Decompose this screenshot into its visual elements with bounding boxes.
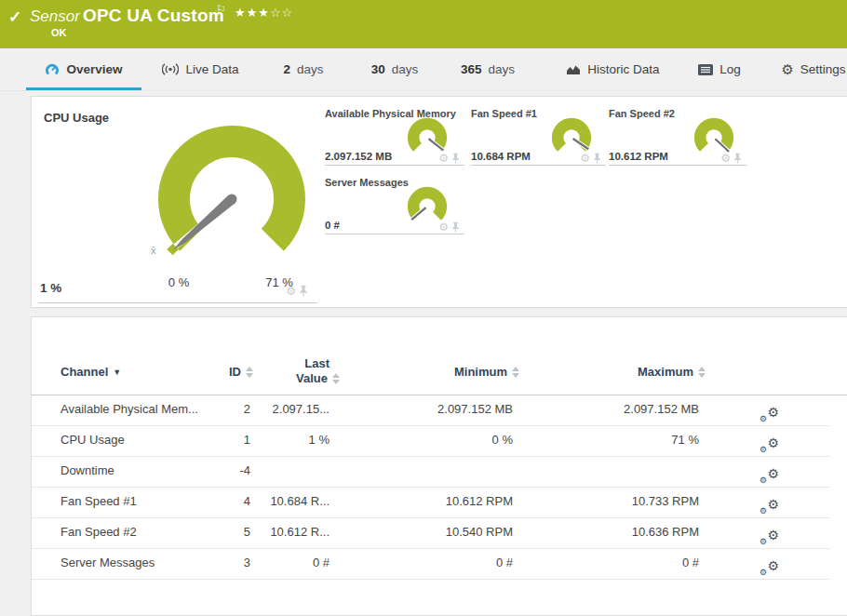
table-row-server-messages[interactable]: Server Messages 3 0 # 0 # 0 # ⚙⚙ [32,548,830,580]
tab-log[interactable]: Log [692,48,746,90]
tab-30-days[interactable]: 30 days [363,48,426,90]
pin-icon[interactable] [299,285,308,297]
tab-2-days-label: days [297,62,324,76]
tab-2-days[interactable]: 2 days [275,48,332,90]
tab-2-days-number: 2 [283,62,290,76]
tab-settings[interactable]: ⚙ Settings [780,48,847,90]
tab-30-days-label: days [392,62,419,76]
tab-live-data[interactable]: Live Data [156,48,245,90]
table-row-downtime[interactable]: Downtime -4 ⚙⚙ [32,456,830,488]
channel-gear-icon[interactable]: ⚙ [720,153,731,164]
gears-icon: ⚙⚙ [759,529,779,550]
pin-icon[interactable] [451,153,460,164]
flag-icon[interactable]: ⚐ [216,3,226,16]
cell-minimum: 10.540 RPM [373,525,513,539]
column-header-last-value[interactable]: Last Value [255,356,341,386]
log-list-icon [698,64,713,75]
channel-settings-button[interactable]: ⚙⚙ [759,553,779,573]
sort-toggle-icon [332,373,341,384]
column-header-maximum-label: Maximum [638,365,693,379]
tab-log-label: Log [719,62,741,76]
column-header-channel-label: Channel [60,365,108,379]
tab-historic-data[interactable]: Historic Data [555,48,671,90]
column-header-maximum[interactable]: Maximum [559,365,706,379]
average-marker: x̄ [151,245,156,256]
area-chart-icon [566,63,581,75]
table-row-available-physical-memory[interactable]: Available Physical Mem... 2 2.097.15... … [32,395,830,426]
channel-gear-icon[interactable]: ⚙ [438,153,449,164]
priority-stars[interactable]: ★★★☆☆ [235,6,293,20]
column-header-id[interactable]: ID [185,365,254,379]
cell-last-value: 0 # [227,556,329,569]
sort-descending-icon: ▼ [113,368,121,377]
gauge-tile-fan-speed-2[interactable]: Fan Speed #2 10.612 RPM ⚙ [609,108,746,166]
tab-365-days[interactable]: 365 days [454,48,521,90]
gauge-tile-cpu-usage[interactable]: CPU Usage x̄ 0 % 71 % 1 % ⚙ [38,104,317,303]
cell-minimum: 2.097.152 MB [373,402,513,416]
pin-icon[interactable] [451,221,460,233]
table-row-fan-speed-1[interactable]: Fan Speed #1 4 10.684 R... 10.612 RPM 10… [32,487,830,518]
gauge-current-value: 10.684 RPM [471,151,531,162]
cell-channel: CPU Usage [60,433,125,447]
cell-maximum: 2.097.152 MB [559,402,699,416]
cpu-gauge [143,117,320,275]
sensor-overview-page: ✓ Sensor OPC UA Custom ⚐ ★★★☆☆ OK Overvi… [0,0,847,616]
gauge-icon [45,62,60,77]
column-header-last-label: Last [255,356,341,371]
stars-filled: ★★★ [235,6,270,20]
gauge-current-value: 2.097.152 MB [325,151,392,162]
ok-check-icon: ✓ [8,7,21,27]
column-header-value-label: Value [296,371,328,385]
gauges-panel: CPU Usage x̄ 0 % 71 % 1 % ⚙ Avail [31,96,847,308]
channel-settings-button[interactable]: ⚙⚙ [759,461,779,481]
tab-30-days-number: 30 [371,62,385,76]
gauge-current-value: 0 # [325,220,340,231]
tab-365-days-label: days [489,62,516,76]
cell-minimum: 0 # [373,556,513,569]
cell-channel: Available Physical Mem... [60,402,198,416]
gauge-scale-min: 0 % [158,275,199,289]
table-row-cpu-usage[interactable]: CPU Usage 1 1 % 0 % 71 % ⚙⚙ [32,425,830,457]
channel-gear-icon[interactable]: ⚙ [286,286,296,297]
channel-settings-button[interactable]: ⚙⚙ [759,522,779,542]
tab-overview[interactable]: Overview [26,48,141,90]
tab-settings-label: Settings [800,62,846,76]
channel-settings-button[interactable]: ⚙⚙ [759,430,779,450]
channel-settings-button[interactable]: ⚙⚙ [759,399,779,420]
table-row-fan-speed-2[interactable]: Fan Speed #2 5 10.612 R... 10.540 RPM 10… [32,517,830,549]
channel-gear-icon[interactable]: ⚙ [580,153,590,164]
pin-icon[interactable] [733,153,742,164]
gauge-title: Fan Speed #1 [471,108,537,119]
sensor-header: ✓ Sensor OPC UA Custom ⚐ ★★★☆☆ OK [0,0,847,48]
gauge-current-value: 1 % [40,281,61,295]
gauge-tile-server-messages[interactable]: Server Messages 0 # ⚙ [325,177,464,234]
cell-maximum: 10.636 RPM [559,525,699,539]
channel-settings-button[interactable]: ⚙⚙ [759,491,779,512]
stars-empty: ☆☆ [270,6,293,20]
gauge-tile-available-physical-memory[interactable]: Available Physical Memory 2.097.152 MB ⚙ [325,108,464,166]
column-header-channel[interactable]: Channel▼ [60,365,121,379]
channel-gear-icon[interactable]: ⚙ [438,221,449,233]
gauge-tile-fan-speed-1[interactable]: Fan Speed #1 10.684 RPM ⚙ [471,108,606,166]
cell-last-value: 1 % [227,433,329,447]
cell-last-value: 10.684 R... [227,494,329,508]
gauge-title: Fan Speed #2 [609,108,675,119]
tab-overview-label: Overview [66,62,122,76]
cell-minimum: 10.612 RPM [373,494,513,508]
table-header-row: Channel▼ ID Last Value Minimum Maximum [32,353,847,395]
gauge-title: Server Messages [325,177,409,188]
cell-maximum: 10.733 RPM [559,494,699,508]
tab-365-days-number: 365 [461,62,482,76]
channel-table-panel: Channel▼ ID Last Value Minimum Maximum A… [31,316,847,616]
tab-bar: Overview Live Data 2 days 30 days 365 da… [0,48,847,91]
pin-icon[interactable] [593,153,601,164]
sort-toggle-icon [698,367,706,378]
cell-channel: Fan Speed #1 [60,494,137,508]
gears-icon: ⚙⚙ [759,560,779,581]
gauge-title: CPU Usage [44,111,109,125]
cell-last-value: 2.097.15... [227,402,329,416]
sensor-type-label: Sensor [30,7,80,26]
cell-channel: Downtime [60,463,114,477]
gears-icon: ⚙⚙ [759,437,779,458]
column-header-minimum[interactable]: Minimum [373,365,520,379]
